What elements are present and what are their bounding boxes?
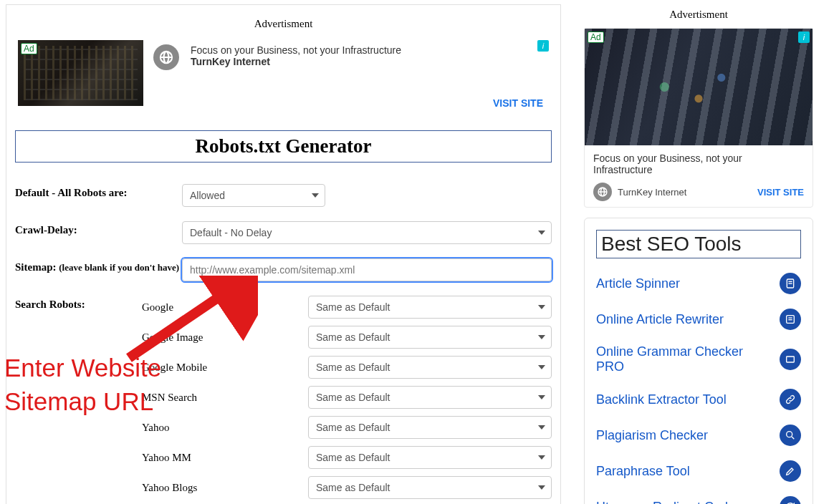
tool-item: Online Grammar Checker PRO [596,337,801,382]
ad-info-icon[interactable]: i [537,40,549,52]
robot-select[interactable]: Same as Default [308,476,552,499]
annotation-text: Enter Website Sitemap URL [4,351,161,419]
robot-select[interactable]: Same as Default [308,296,552,319]
ad-brand: TurnKey Internet [191,56,401,67]
sidebar: Advertisment i Ad Focus on your Business… [584,4,813,504]
doc-icon [780,273,801,294]
tool-item: Plagiarism Checker [596,417,801,453]
visit-site-link[interactable]: VISIT SITE [493,97,543,109]
tools-box: Best SEO Tools Article SpinnerOnline Art… [584,218,813,504]
ad-badge: Ad [21,43,37,54]
side-ad[interactable]: i Ad Focus on your Business, not your In… [584,28,813,208]
rect-icon [780,349,801,370]
ad-label: Advertisment [15,18,552,30]
side-ad-headline: Focus on your Business, not your Infrast… [585,145,813,175]
default-robots-select[interactable]: Allowed [182,184,325,207]
ad-info-icon[interactable]: i [798,32,810,43]
search-icon [780,425,801,446]
globe-icon [153,44,179,70]
main-panel: Advertisment i Ad Focus on your Business… [6,4,561,504]
ad-badge: Ad [588,32,604,43]
robot-name: MSN Search [142,389,299,406]
tool-link[interactable]: Plagiarism Checker [596,428,708,443]
robot-name: Yahoo Blogs [142,480,299,496]
crawl-delay-select[interactable]: Default - No Delay [182,221,552,244]
tool-item: Article Spinner [596,266,801,301]
tool-link[interactable]: Backlink Extractor Tool [596,392,727,407]
side-ad-image: Ad [585,29,813,145]
svg-line-0 [129,283,240,358]
tool-link[interactable]: Paraphrase Tool [596,464,690,479]
tool-link[interactable]: Online Article Rewriter [596,312,724,327]
edit-icon [780,460,801,482]
svg-line-9 [792,437,794,439]
sitemap-label: Sitemap: (leave blank if you don't have) [15,258,182,273]
tool-link[interactable]: Online Grammar Checker PRO [596,344,761,374]
list-icon [780,309,801,330]
ad-image: Ad [18,40,143,106]
robot-select[interactable]: Same as Default [308,326,552,349]
robot-select[interactable]: Same as Default [308,356,552,379]
tool-item: Htaccess Redirect Code [596,489,801,504]
side-ad-brand: TurnKey Internet [618,187,686,198]
svg-rect-7 [787,357,795,362]
robot-name: Yahoo MM [142,450,299,466]
link-icon [780,389,801,410]
robot-select[interactable]: Same as Default [308,446,552,469]
svg-point-8 [787,432,792,437]
ad-headline: Focus on your Business, not your Infrast… [191,44,401,56]
sitemap-hint: (leave blank if you don't have) [59,262,179,273]
main-ad[interactable]: i Ad Focus on your Business, not your In… [15,37,552,109]
tool-link[interactable]: Article Spinner [596,276,680,291]
tool-link[interactable]: Htaccess Redirect Code [596,500,735,505]
robot-select[interactable]: Same as Default [308,386,552,409]
tool-item: Paraphrase Tool [596,453,801,489]
visit-site-link[interactable]: VISIT SITE [757,187,804,198]
globe-icon [593,183,612,201]
refresh-icon [780,496,801,504]
default-robots-label: Default - All Robots are: [15,184,182,199]
robot-name: Yahoo [142,420,299,436]
tools-title: Best SEO Tools [596,230,801,258]
page-title: Robots.txt Generator [15,130,552,163]
tool-item: Backlink Extractor Tool [596,382,801,417]
tool-item: Online Article Rewriter [596,301,801,337]
side-ad-label: Advertisment [584,9,813,21]
crawl-delay-label: Crawl-Delay: [15,221,182,236]
robot-select[interactable]: Same as Default [308,416,552,439]
